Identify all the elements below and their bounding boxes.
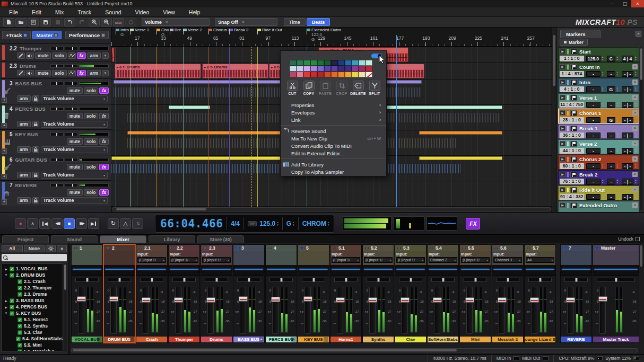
color-swatch[interactable] — [297, 72, 303, 77]
arrangement-vscrollbar[interactable] — [552, 28, 556, 212]
to-end-button[interactable]: ▶ — [88, 218, 99, 229]
channel-name[interactable]: Lounge Lizard S.. — [525, 337, 555, 342]
tempo-spinner[interactable]: ▴▾ — [277, 221, 279, 226]
color-swatch[interactable] — [338, 72, 345, 77]
color-swatch[interactable] — [331, 60, 338, 66]
rewind-button[interactable]: ◀◀ — [51, 218, 63, 229]
marker-color-chip[interactable] — [567, 141, 569, 147]
key-spinner[interactable]: ▴▾ — [615, 133, 620, 138]
tree-item[interactable]: ✓ 5.6. Messiah 2 — [2, 348, 63, 351]
marker-key[interactable]: - — [607, 102, 615, 108]
marker-position[interactable]: 28 : 1 : 0 — [560, 117, 584, 123]
automation-icon[interactable] — [68, 52, 76, 59]
track-volume-select[interactable]: Track Volume▾ — [41, 95, 108, 102]
checkbox-icon[interactable]: ✓ — [18, 317, 22, 322]
mixer-channel-5.5[interactable]: 5.5 Input:(L)Input 1/▾ 0612∞ -9-18-27-36… — [459, 244, 491, 343]
track-pan-slider[interactable] — [65, 133, 78, 136]
fx-button[interactable]: fx — [77, 52, 86, 59]
track-name[interactable]: KEY BUS — [15, 131, 38, 137]
master-track-button[interactable]: Master — [32, 31, 62, 39]
scale-spinner[interactable]: ▴▾ — [328, 221, 329, 226]
solo-button[interactable]: solo — [84, 164, 98, 170]
menu-video[interactable]: Video — [128, 9, 156, 15]
checkbox-icon[interactable]: ✓ — [18, 279, 22, 284]
color-swatch[interactable] — [365, 60, 372, 66]
loop-button[interactable]: ↻ — [108, 218, 119, 229]
track-name[interactable]: GUITAR BUS — [15, 157, 47, 163]
volume-fader[interactable] — [207, 287, 214, 334]
key-spinner[interactable]: ▴▾ — [615, 194, 620, 199]
channel-name[interactable]: Mini — [460, 337, 491, 342]
loop-record-icon[interactable] — [125, 18, 136, 27]
menu-item-reverse-sound[interactable]: Reverse Sound — [281, 127, 386, 135]
menu-edit[interactable]: Edit — [25, 9, 48, 15]
input-select[interactable]: Channel 3▾ — [493, 257, 522, 263]
lock-icon[interactable] — [32, 95, 39, 102]
timesig-spinner[interactable]: ▴▾ — [633, 86, 638, 92]
color-swatch[interactable] — [324, 66, 331, 72]
marker-expand-button[interactable]: ▶ — [560, 95, 565, 100]
forward-button[interactable]: ▶▶ — [76, 218, 87, 229]
pan-slider[interactable] — [597, 278, 635, 282]
checkbox-icon[interactable]: ✓ — [18, 330, 22, 335]
marker-row[interactable]: ▶ Intro × 4 : 1 : 0 -▴▾ G▴▾ - | -▴▾ — [558, 78, 639, 93]
mute-button[interactable]: mute — [67, 164, 83, 170]
track-volume-slider[interactable] — [50, 47, 64, 50]
track-name[interactable]: PERCS BUS — [15, 106, 46, 112]
marker-expand-button[interactable]: ▶ — [560, 156, 565, 162]
fx-button[interactable]: fx — [99, 189, 109, 196]
pan-slider[interactable] — [205, 278, 228, 282]
marker-expand-button[interactable]: ▶ — [560, 202, 565, 208]
channel-name[interactable]: Crash — [136, 337, 167, 342]
solo-button[interactable]: solo — [52, 70, 66, 76]
arm-button[interactable]: arm — [17, 121, 31, 127]
timesig-spinner[interactable]: ▴▾ — [633, 71, 638, 76]
eq-display[interactable] — [266, 265, 297, 276]
menu-item-link[interactable]: Link› — [281, 116, 386, 123]
timesig-spinner[interactable]: ▴▾ — [633, 163, 638, 169]
tree-item[interactable]: ✓ 5.1. Horns1 — [2, 316, 63, 323]
mute-button[interactable]: mute — [67, 113, 83, 119]
record-button[interactable]: ● — [15, 218, 26, 229]
track-header-7[interactable]: + 7REVERB mute solo fx arm Track Volume▾ — [0, 180, 111, 206]
marker-tempo[interactable]: - — [586, 102, 601, 108]
beats-mode-button[interactable]: Beats — [307, 18, 330, 26]
select-none-button[interactable]: None — [24, 245, 45, 252]
key-spinner[interactable]: ▴▾ — [615, 71, 620, 76]
channel-name[interactable]: VOCAL BUS+ — [72, 337, 102, 342]
tempo-spinner[interactable]: ▴▾ — [601, 102, 605, 107]
channel-name[interactable]: PERCS BUS+ — [266, 337, 297, 342]
marker-color-chip[interactable] — [567, 172, 569, 178]
mixer-channel-2.2[interactable]: 2.2 Input:(L)Input 1/▾ 0612∞ -9-18-27-36… — [168, 244, 200, 343]
marker-name[interactable]: Start — [579, 49, 638, 55]
marker-name[interactable]: Break 1 — [579, 126, 631, 131]
tree-item[interactable]: ✓ 2.1. Crash — [2, 278, 63, 285]
track-header-5[interactable]: + 5KEY BUS mute solo fx arm Track Volume… — [0, 129, 111, 155]
color-swatch[interactable] — [338, 66, 345, 72]
color-swatch[interactable] — [352, 72, 359, 77]
tree-item[interactable]: ▶ ✓ 3. BASS BUS — [2, 297, 63, 304]
channel-name[interactable]: Thumper — [169, 337, 199, 342]
marker-key[interactable]: - — [607, 163, 615, 169]
automation-icon[interactable] — [68, 70, 76, 76]
eq-display[interactable] — [561, 265, 591, 276]
track-pan-slider[interactable] — [65, 47, 78, 50]
marker-delete-button[interactable]: × — [632, 126, 638, 131]
marker-timesig[interactable]: - | - — [622, 133, 634, 138]
checkbox-icon[interactable]: ✓ — [16, 337, 21, 341]
track-volume-select[interactable]: Track Volume▾ — [41, 172, 108, 179]
color-swatch[interactable] — [317, 66, 324, 72]
color-swatch[interactable] — [303, 60, 310, 66]
channel-name[interactable]: Messiah 2 — [492, 337, 523, 342]
io-button[interactable]: ↑↓ — [132, 218, 143, 229]
key-spinner[interactable]: ▴▾ — [615, 148, 620, 153]
checkbox-icon[interactable]: ✓ — [18, 349, 22, 352]
timesig-spinner[interactable]: ▴▾ — [633, 117, 638, 122]
color-swatch[interactable] — [365, 66, 372, 72]
marker-key[interactable]: - — [607, 194, 615, 200]
timesig-spinner[interactable]: ▴▾ — [633, 179, 638, 184]
mixer-channel-5.4[interactable]: 5.4 Input:Channel 2▾ 0612∞ -9-18-27-36 S… — [427, 244, 459, 343]
marker-position[interactable]: 76 : 1 : 0 — [560, 179, 584, 184]
marker-key[interactable]: - — [607, 179, 615, 184]
marker-delete-button[interactable]: × — [632, 156, 638, 162]
